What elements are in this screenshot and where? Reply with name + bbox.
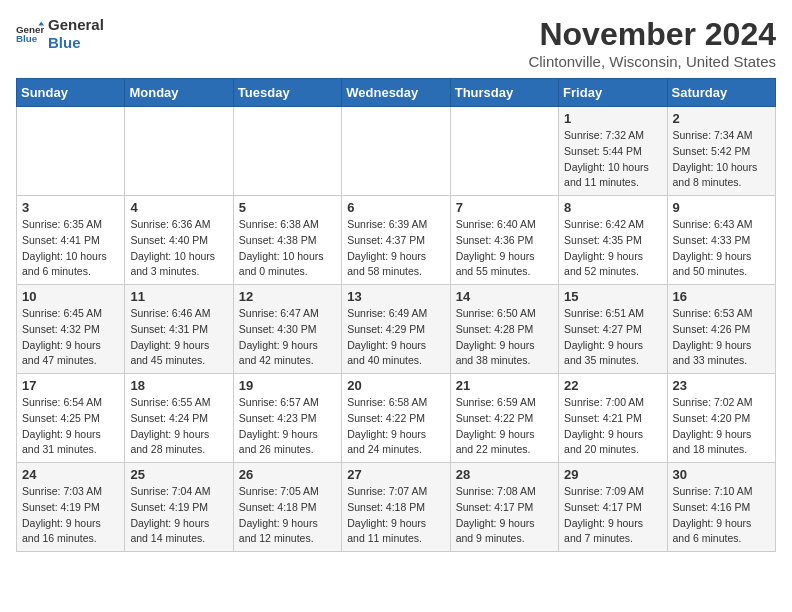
- day-number: 13: [347, 289, 444, 304]
- day-info: Sunrise: 6:49 AMSunset: 4:29 PMDaylight:…: [347, 306, 444, 369]
- day-info: Sunrise: 7:32 AMSunset: 5:44 PMDaylight:…: [564, 128, 661, 191]
- col-header-saturday: Saturday: [667, 79, 775, 107]
- day-info: Sunrise: 6:46 AMSunset: 4:31 PMDaylight:…: [130, 306, 227, 369]
- calendar-cell: 9Sunrise: 6:43 AMSunset: 4:33 PMDaylight…: [667, 196, 775, 285]
- calendar-cell: 13Sunrise: 6:49 AMSunset: 4:29 PMDayligh…: [342, 285, 450, 374]
- logo-icon: General Blue: [16, 20, 44, 48]
- day-info: Sunrise: 6:45 AMSunset: 4:32 PMDaylight:…: [22, 306, 119, 369]
- svg-text:Blue: Blue: [16, 33, 38, 44]
- calendar-week-5: 24Sunrise: 7:03 AMSunset: 4:19 PMDayligh…: [17, 463, 776, 552]
- calendar-week-4: 17Sunrise: 6:54 AMSunset: 4:25 PMDayligh…: [17, 374, 776, 463]
- day-info: Sunrise: 7:08 AMSunset: 4:17 PMDaylight:…: [456, 484, 553, 547]
- day-number: 12: [239, 289, 336, 304]
- calendar-cell: 28Sunrise: 7:08 AMSunset: 4:17 PMDayligh…: [450, 463, 558, 552]
- calendar-cell: 26Sunrise: 7:05 AMSunset: 4:18 PMDayligh…: [233, 463, 341, 552]
- day-number: 8: [564, 200, 661, 215]
- calendar-cell: 4Sunrise: 6:36 AMSunset: 4:40 PMDaylight…: [125, 196, 233, 285]
- day-info: Sunrise: 6:54 AMSunset: 4:25 PMDaylight:…: [22, 395, 119, 458]
- col-header-monday: Monday: [125, 79, 233, 107]
- day-number: 22: [564, 378, 661, 393]
- calendar-cell: 2Sunrise: 7:34 AMSunset: 5:42 PMDaylight…: [667, 107, 775, 196]
- day-number: 14: [456, 289, 553, 304]
- day-info: Sunrise: 7:03 AMSunset: 4:19 PMDaylight:…: [22, 484, 119, 547]
- calendar-cell: [450, 107, 558, 196]
- day-number: 3: [22, 200, 119, 215]
- location-subtitle: Clintonville, Wisconsin, United States: [528, 53, 776, 70]
- title-area: November 2024 Clintonville, Wisconsin, U…: [528, 16, 776, 70]
- day-number: 10: [22, 289, 119, 304]
- calendar-cell: 7Sunrise: 6:40 AMSunset: 4:36 PMDaylight…: [450, 196, 558, 285]
- col-header-sunday: Sunday: [17, 79, 125, 107]
- calendar-cell: [125, 107, 233, 196]
- calendar-cell: [17, 107, 125, 196]
- day-number: 18: [130, 378, 227, 393]
- page-header: General Blue General Blue November 2024 …: [16, 16, 776, 70]
- calendar-cell: [342, 107, 450, 196]
- calendar-cell: [233, 107, 341, 196]
- day-info: Sunrise: 6:50 AMSunset: 4:28 PMDaylight:…: [456, 306, 553, 369]
- calendar-cell: 16Sunrise: 6:53 AMSunset: 4:26 PMDayligh…: [667, 285, 775, 374]
- day-number: 23: [673, 378, 770, 393]
- calendar-cell: 15Sunrise: 6:51 AMSunset: 4:27 PMDayligh…: [559, 285, 667, 374]
- day-info: Sunrise: 6:53 AMSunset: 4:26 PMDaylight:…: [673, 306, 770, 369]
- calendar-cell: 29Sunrise: 7:09 AMSunset: 4:17 PMDayligh…: [559, 463, 667, 552]
- col-header-thursday: Thursday: [450, 79, 558, 107]
- day-info: Sunrise: 7:09 AMSunset: 4:17 PMDaylight:…: [564, 484, 661, 547]
- day-number: 28: [456, 467, 553, 482]
- day-number: 1: [564, 111, 661, 126]
- day-info: Sunrise: 6:39 AMSunset: 4:37 PMDaylight:…: [347, 217, 444, 280]
- day-info: Sunrise: 6:55 AMSunset: 4:24 PMDaylight:…: [130, 395, 227, 458]
- calendar-cell: 8Sunrise: 6:42 AMSunset: 4:35 PMDaylight…: [559, 196, 667, 285]
- calendar-cell: 24Sunrise: 7:03 AMSunset: 4:19 PMDayligh…: [17, 463, 125, 552]
- day-number: 16: [673, 289, 770, 304]
- calendar-cell: 20Sunrise: 6:58 AMSunset: 4:22 PMDayligh…: [342, 374, 450, 463]
- day-number: 26: [239, 467, 336, 482]
- day-number: 11: [130, 289, 227, 304]
- day-number: 4: [130, 200, 227, 215]
- calendar-cell: 17Sunrise: 6:54 AMSunset: 4:25 PMDayligh…: [17, 374, 125, 463]
- calendar-cell: 18Sunrise: 6:55 AMSunset: 4:24 PMDayligh…: [125, 374, 233, 463]
- day-number: 6: [347, 200, 444, 215]
- calendar-cell: 5Sunrise: 6:38 AMSunset: 4:38 PMDaylight…: [233, 196, 341, 285]
- day-info: Sunrise: 7:07 AMSunset: 4:18 PMDaylight:…: [347, 484, 444, 547]
- month-title: November 2024: [528, 16, 776, 53]
- calendar-cell: 1Sunrise: 7:32 AMSunset: 5:44 PMDaylight…: [559, 107, 667, 196]
- calendar-cell: 25Sunrise: 7:04 AMSunset: 4:19 PMDayligh…: [125, 463, 233, 552]
- col-header-wednesday: Wednesday: [342, 79, 450, 107]
- day-number: 27: [347, 467, 444, 482]
- day-info: Sunrise: 6:42 AMSunset: 4:35 PMDaylight:…: [564, 217, 661, 280]
- calendar-cell: 23Sunrise: 7:02 AMSunset: 4:20 PMDayligh…: [667, 374, 775, 463]
- calendar-cell: 10Sunrise: 6:45 AMSunset: 4:32 PMDayligh…: [17, 285, 125, 374]
- day-number: 24: [22, 467, 119, 482]
- calendar-cell: 6Sunrise: 6:39 AMSunset: 4:37 PMDaylight…: [342, 196, 450, 285]
- day-number: 9: [673, 200, 770, 215]
- day-number: 29: [564, 467, 661, 482]
- day-number: 19: [239, 378, 336, 393]
- calendar-cell: 14Sunrise: 6:50 AMSunset: 4:28 PMDayligh…: [450, 285, 558, 374]
- day-info: Sunrise: 7:00 AMSunset: 4:21 PMDaylight:…: [564, 395, 661, 458]
- calendar-cell: 11Sunrise: 6:46 AMSunset: 4:31 PMDayligh…: [125, 285, 233, 374]
- calendar-week-2: 3Sunrise: 6:35 AMSunset: 4:41 PMDaylight…: [17, 196, 776, 285]
- calendar-week-3: 10Sunrise: 6:45 AMSunset: 4:32 PMDayligh…: [17, 285, 776, 374]
- day-info: Sunrise: 6:36 AMSunset: 4:40 PMDaylight:…: [130, 217, 227, 280]
- day-number: 25: [130, 467, 227, 482]
- logo-blue: Blue: [48, 34, 104, 52]
- day-info: Sunrise: 6:51 AMSunset: 4:27 PMDaylight:…: [564, 306, 661, 369]
- calendar-table: SundayMondayTuesdayWednesdayThursdayFrid…: [16, 78, 776, 552]
- calendar-cell: 12Sunrise: 6:47 AMSunset: 4:30 PMDayligh…: [233, 285, 341, 374]
- calendar-cell: 22Sunrise: 7:00 AMSunset: 4:21 PMDayligh…: [559, 374, 667, 463]
- day-info: Sunrise: 6:59 AMSunset: 4:22 PMDaylight:…: [456, 395, 553, 458]
- day-info: Sunrise: 7:05 AMSunset: 4:18 PMDaylight:…: [239, 484, 336, 547]
- day-info: Sunrise: 7:34 AMSunset: 5:42 PMDaylight:…: [673, 128, 770, 191]
- day-number: 20: [347, 378, 444, 393]
- day-number: 7: [456, 200, 553, 215]
- col-header-friday: Friday: [559, 79, 667, 107]
- day-info: Sunrise: 6:38 AMSunset: 4:38 PMDaylight:…: [239, 217, 336, 280]
- day-info: Sunrise: 7:10 AMSunset: 4:16 PMDaylight:…: [673, 484, 770, 547]
- day-info: Sunrise: 6:40 AMSunset: 4:36 PMDaylight:…: [456, 217, 553, 280]
- calendar-cell: 27Sunrise: 7:07 AMSunset: 4:18 PMDayligh…: [342, 463, 450, 552]
- calendar-cell: 21Sunrise: 6:59 AMSunset: 4:22 PMDayligh…: [450, 374, 558, 463]
- day-number: 21: [456, 378, 553, 393]
- calendar-week-1: 1Sunrise: 7:32 AMSunset: 5:44 PMDaylight…: [17, 107, 776, 196]
- day-info: Sunrise: 6:47 AMSunset: 4:30 PMDaylight:…: [239, 306, 336, 369]
